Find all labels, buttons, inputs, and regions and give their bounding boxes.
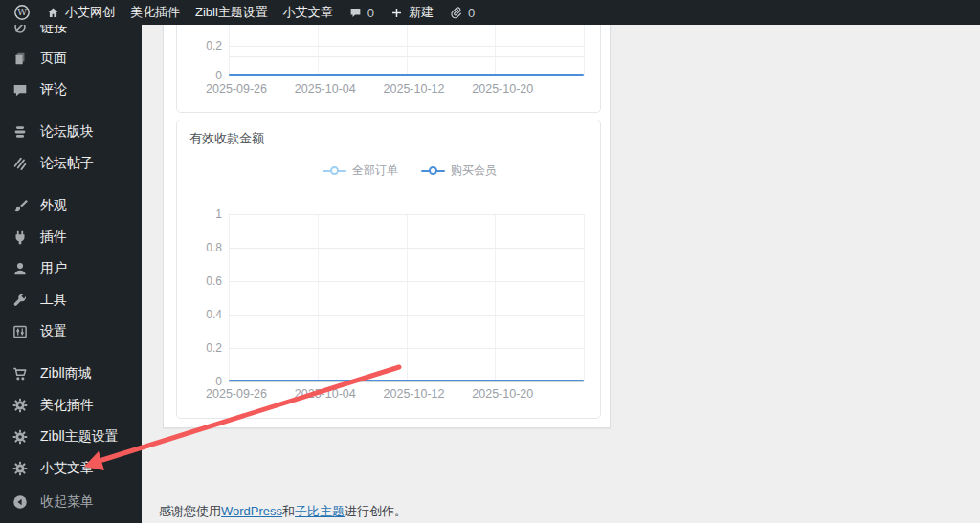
- admin-bar: W小艾网创美化插件Zibll主题设置小艾文章0新建0: [0, 0, 980, 25]
- chart-vertical-gridline: [495, 214, 496, 381]
- x-tick-label: 2025-10-20: [472, 82, 533, 96]
- chart-legend: 全部订单购买会员: [323, 163, 497, 179]
- sidebar-item-label: 论坛版块: [40, 123, 94, 141]
- sidebar-item-label: 页面: [40, 50, 67, 67]
- forums-icon: [11, 122, 30, 142]
- sidebar-item-plugins[interactable]: 插件: [0, 221, 142, 252]
- pages-icon: [11, 49, 30, 68]
- admin-menu: 链接页面评论论坛版块论坛帖子外观插件用户工具设置Zibll商城美化插件Zibll…: [0, 11, 142, 517]
- gear-icon: [11, 459, 30, 478]
- chart-vertical-gridline: [584, 25, 585, 76]
- x-tick-label: 2025-10-04: [295, 82, 356, 96]
- legend-marker-icon: [421, 166, 445, 175]
- sidebar-item-zibll-shop[interactable]: Zibll商城: [0, 358, 142, 389]
- admin-bar-new-content[interactable]: 新建: [382, 0, 441, 25]
- footer-text: 和: [282, 504, 295, 518]
- sidebar-item-appearance[interactable]: 外观: [0, 189, 142, 221]
- sidebar-item-label: 论坛帖子: [40, 155, 94, 172]
- chart-horizontal-gridline: [229, 281, 584, 282]
- comment-bubble-icon: [348, 6, 363, 20]
- y-tick-label: 0: [184, 69, 222, 82]
- y-tick-label: 1: [184, 207, 222, 221]
- new-content-label: 新建: [409, 4, 434, 21]
- sidebar-collapse-menu[interactable]: 收起菜单: [0, 486, 142, 517]
- paperclip-icon: [449, 6, 463, 20]
- chart-x-axis-line: [229, 76, 584, 76]
- sidebar-item-pages[interactable]: 页面: [0, 42, 142, 74]
- admin-bar-beautify-plugin[interactable]: 美化插件: [122, 0, 188, 25]
- sidebar-item-forums[interactable]: 论坛版块: [0, 116, 142, 147]
- comments-icon: [11, 80, 30, 99]
- legend-circle: [429, 166, 437, 175]
- admin-bar-comments[interactable]: 0: [341, 0, 382, 25]
- sidebar-item-label: 美化插件: [40, 397, 94, 414]
- legend-label: 购买会员: [451, 163, 497, 179]
- admin-bar-zibll-theme-settings[interactable]: Zibll主题设置: [188, 0, 276, 25]
- x-tick-label: 2025-10-20: [472, 387, 533, 401]
- chart-vertical-gridline: [229, 214, 230, 381]
- admin-sidebar: 链接页面评论论坛版块论坛帖子外观插件用户工具设置Zibll商城美化插件Zibll…: [0, 0, 142, 523]
- admin-bar-wordpress-menu[interactable]: W: [6, 0, 38, 25]
- chart-vertical-gridline: [495, 25, 496, 76]
- y-tick-label: 0.8: [184, 241, 222, 254]
- admin-bar-site-name[interactable]: 小艾网创: [38, 0, 122, 25]
- sidebar-item-settings[interactable]: 设置: [0, 316, 142, 347]
- chart-horizontal-gridline: [229, 315, 584, 316]
- wordpress-logo-icon: W: [13, 4, 31, 21]
- data-line-at-zero: [229, 74, 584, 76]
- y-tick-label: 0.2: [184, 341, 222, 355]
- user-icon: [11, 259, 30, 278]
- sidebar-item-zibll-theme-settings[interactable]: Zibll主题设置: [0, 421, 142, 452]
- chart-vertical-gridline: [407, 214, 408, 381]
- sliders-icon: [11, 322, 30, 341]
- sidebar-item-label: Zibll主题设置: [40, 428, 119, 446]
- home-icon: [46, 6, 60, 20]
- chart-vertical-gridline: [584, 214, 585, 381]
- chart-title: 有效收款金额: [189, 130, 264, 147]
- sidebar-separator: [0, 179, 142, 189]
- wordpress-link[interactable]: WordPress: [221, 504, 282, 518]
- sidebar-item-label: 评论: [40, 81, 67, 98]
- x-tick-label: 2025-09-26: [206, 387, 267, 401]
- data-line-at-zero: [229, 380, 584, 381]
- chart-x-axis-line: [229, 381, 584, 382]
- zibll-theme-link[interactable]: 子比主题: [295, 504, 345, 518]
- sidebar-separator: [0, 105, 142, 116]
- sidebar-item-comments[interactable]: 评论: [0, 74, 142, 105]
- cart-icon: [11, 364, 30, 383]
- y-tick-label: 0.4: [184, 308, 222, 321]
- x-tick-label: 2025-10-12: [384, 387, 445, 401]
- legend-item-购买会员[interactable]: 购买会员: [421, 163, 497, 179]
- admin-bar-xiaoai-article[interactable]: 小艾文章: [276, 0, 341, 25]
- sidebar-item-users[interactable]: 用户: [0, 252, 142, 284]
- sidebar-item-label: 插件: [40, 229, 67, 246]
- gear-icon: [11, 396, 30, 415]
- sidebar-item-topics[interactable]: 论坛帖子: [0, 147, 142, 179]
- chart-vertical-gridline: [407, 25, 408, 76]
- sidebar-item-label: 用户: [40, 260, 67, 277]
- chart-horizontal-gridline: [229, 248, 584, 249]
- orders-count-chart-card: 0.202025-09-262025-10-042025-10-122025-1…: [176, 25, 601, 113]
- sidebar-item-label: 小艾文章: [40, 460, 94, 477]
- svg-text:W: W: [17, 7, 27, 17]
- sidebar-item-tools[interactable]: 工具: [0, 284, 142, 316]
- admin-footer-text: 感谢您使用WordPress和子比主题进行创作。: [159, 503, 407, 520]
- admin-bar-links-badge[interactable]: 0: [441, 0, 482, 25]
- sidebar-item-label: 外观: [40, 197, 67, 214]
- sidebar-item-beautify-plugin[interactable]: 美化插件: [0, 389, 142, 421]
- legend-marker-icon: [323, 166, 346, 175]
- x-tick-label: 2025-10-04: [295, 387, 356, 401]
- sidebar-item-label: 收起菜单: [40, 493, 94, 511]
- sidebar-item-xiaoai-article[interactable]: 小艾文章: [0, 452, 142, 484]
- links-count: 0: [468, 6, 475, 20]
- payment-amount-chart-card: 有效收款金额 全部订单购买会员 10.80.60.40.202025-09-26…: [176, 120, 601, 419]
- sidebar-item-label: 工具: [40, 292, 67, 309]
- sidebar-item-label: Zibll商城: [40, 365, 92, 382]
- chart-horizontal-gridline: [229, 46, 584, 47]
- sidebar-item-label: 设置: [40, 323, 67, 340]
- y-tick-label: 0.2: [184, 39, 222, 53]
- collapse-icon: [11, 492, 30, 512]
- chart-vertical-gridline: [318, 214, 319, 381]
- chart-horizontal-gridline: [229, 214, 584, 215]
- legend-item-全部订单[interactable]: 全部订单: [323, 163, 398, 179]
